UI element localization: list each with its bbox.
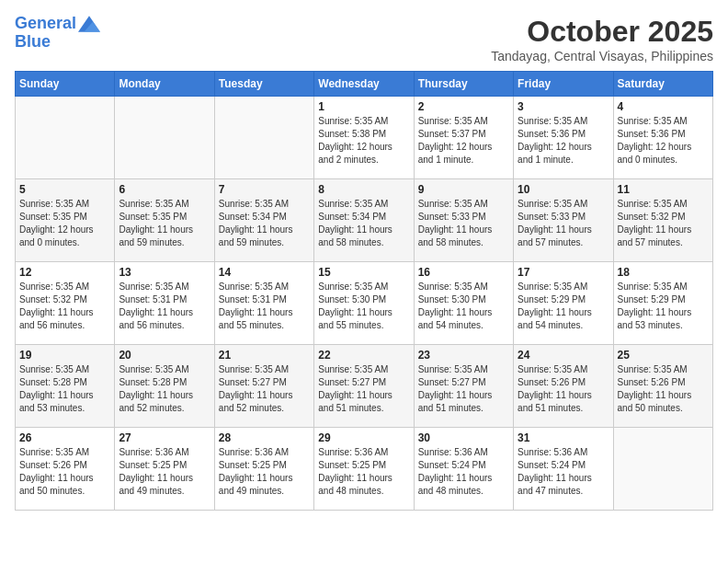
day-info: Sunrise: 5:36 AMSunset: 5:25 PMDaylight:… — [219, 446, 310, 498]
logo: General Blue — [15, 15, 100, 52]
calendar-cell: 3Sunrise: 5:35 AMSunset: 5:36 PMDaylight… — [514, 97, 613, 179]
weekday-header-friday: Friday — [514, 72, 613, 97]
day-info: Sunrise: 5:36 AMSunset: 5:24 PMDaylight:… — [518, 446, 609, 498]
day-info: Sunrise: 5:35 AMSunset: 5:33 PMDaylight:… — [418, 198, 509, 249]
calendar-cell: 6Sunrise: 5:35 AMSunset: 5:35 PMDaylight… — [115, 179, 214, 262]
day-info: Sunrise: 5:35 AMSunset: 5:36 PMDaylight:… — [518, 115, 609, 167]
calendar-cell: 2Sunrise: 5:35 AMSunset: 5:37 PMDaylight… — [414, 97, 513, 179]
calendar-cell: 14Sunrise: 5:35 AMSunset: 5:31 PMDayligh… — [214, 262, 313, 345]
day-number: 3 — [518, 100, 609, 113]
calendar-cell: 22Sunrise: 5:35 AMSunset: 5:27 PMDayligh… — [314, 345, 414, 428]
day-info: Sunrise: 5:35 AMSunset: 5:35 PMDaylight:… — [19, 198, 110, 249]
calendar-cell: 7Sunrise: 5:35 AMSunset: 5:34 PMDaylight… — [214, 179, 313, 262]
day-info: Sunrise: 5:35 AMSunset: 5:28 PMDaylight:… — [19, 363, 110, 415]
day-number: 12 — [19, 266, 110, 279]
weekday-header-thursday: Thursday — [414, 72, 513, 97]
calendar-cell: 20Sunrise: 5:35 AMSunset: 5:28 PMDayligh… — [115, 345, 214, 428]
calendar-cell: 17Sunrise: 5:35 AMSunset: 5:29 PMDayligh… — [514, 262, 613, 345]
day-number: 7 — [219, 183, 310, 196]
calendar-cell: 27Sunrise: 5:36 AMSunset: 5:25 PMDayligh… — [115, 428, 214, 511]
day-number: 18 — [618, 266, 709, 279]
calendar-cell: 23Sunrise: 5:35 AMSunset: 5:27 PMDayligh… — [414, 345, 513, 428]
day-number: 17 — [518, 266, 609, 279]
calendar-cell: 1Sunrise: 5:35 AMSunset: 5:38 PMDaylight… — [314, 97, 414, 179]
logo-text-blue: Blue — [15, 33, 100, 52]
day-info: Sunrise: 5:35 AMSunset: 5:31 PMDaylight:… — [119, 281, 210, 332]
calendar-cell: 30Sunrise: 5:36 AMSunset: 5:24 PMDayligh… — [414, 428, 513, 511]
day-info: Sunrise: 5:35 AMSunset: 5:30 PMDaylight:… — [318, 281, 409, 332]
month-title: October 2025 — [491, 15, 713, 49]
calendar-cell — [214, 97, 313, 179]
day-info: Sunrise: 5:36 AMSunset: 5:24 PMDaylight:… — [418, 446, 509, 498]
day-number: 21 — [219, 349, 310, 362]
day-number: 29 — [318, 431, 409, 444]
calendar-cell: 28Sunrise: 5:36 AMSunset: 5:25 PMDayligh… — [214, 428, 313, 511]
day-number: 10 — [518, 183, 609, 196]
day-info: Sunrise: 5:35 AMSunset: 5:35 PMDaylight:… — [119, 198, 210, 249]
day-number: 6 — [119, 183, 210, 196]
calendar-week-row: 5Sunrise: 5:35 AMSunset: 5:35 PMDaylight… — [16, 179, 713, 262]
calendar-cell: 5Sunrise: 5:35 AMSunset: 5:35 PMDaylight… — [16, 179, 115, 262]
day-info: Sunrise: 5:35 AMSunset: 5:36 PMDaylight:… — [618, 115, 709, 167]
calendar-table: SundayMondayTuesdayWednesdayThursdayFrid… — [15, 71, 713, 511]
calendar-cell: 29Sunrise: 5:36 AMSunset: 5:25 PMDayligh… — [314, 428, 414, 511]
day-info: Sunrise: 5:35 AMSunset: 5:29 PMDaylight:… — [518, 281, 609, 332]
calendar-cell: 11Sunrise: 5:35 AMSunset: 5:32 PMDayligh… — [613, 179, 712, 262]
day-number: 28 — [219, 431, 310, 444]
calendar-cell: 18Sunrise: 5:35 AMSunset: 5:29 PMDayligh… — [613, 262, 712, 345]
day-info: Sunrise: 5:35 AMSunset: 5:37 PMDaylight:… — [418, 115, 509, 167]
day-number: 31 — [518, 431, 609, 444]
calendar-cell: 10Sunrise: 5:35 AMSunset: 5:33 PMDayligh… — [514, 179, 613, 262]
logo-text: General — [15, 15, 76, 33]
day-number: 4 — [618, 100, 709, 113]
calendar-cell: 8Sunrise: 5:35 AMSunset: 5:34 PMDaylight… — [314, 179, 414, 262]
calendar-cell: 31Sunrise: 5:36 AMSunset: 5:24 PMDayligh… — [514, 428, 613, 511]
day-info: Sunrise: 5:35 AMSunset: 5:29 PMDaylight:… — [618, 281, 709, 332]
day-number: 16 — [418, 266, 509, 279]
day-number: 25 — [618, 349, 709, 362]
calendar-cell — [16, 97, 115, 179]
day-info: Sunrise: 5:35 AMSunset: 5:27 PMDaylight:… — [219, 363, 310, 415]
day-info: Sunrise: 5:35 AMSunset: 5:27 PMDaylight:… — [418, 363, 509, 415]
day-number: 24 — [518, 349, 609, 362]
day-info: Sunrise: 5:35 AMSunset: 5:38 PMDaylight:… — [318, 115, 409, 167]
calendar-cell: 19Sunrise: 5:35 AMSunset: 5:28 PMDayligh… — [16, 345, 115, 428]
weekday-header-monday: Monday — [115, 72, 214, 97]
day-number: 14 — [219, 266, 310, 279]
day-info: Sunrise: 5:35 AMSunset: 5:31 PMDaylight:… — [219, 281, 310, 332]
location-title: Tandayag, Central Visayas, Philippines — [491, 49, 713, 63]
day-number: 15 — [318, 266, 409, 279]
day-info: Sunrise: 5:35 AMSunset: 5:27 PMDaylight:… — [318, 363, 409, 415]
calendar-week-row: 19Sunrise: 5:35 AMSunset: 5:28 PMDayligh… — [16, 345, 713, 428]
day-number: 19 — [19, 349, 110, 362]
calendar-cell: 25Sunrise: 5:35 AMSunset: 5:26 PMDayligh… — [613, 345, 712, 428]
day-number: 23 — [418, 349, 509, 362]
calendar-cell: 13Sunrise: 5:35 AMSunset: 5:31 PMDayligh… — [115, 262, 214, 345]
day-number: 27 — [119, 431, 210, 444]
day-info: Sunrise: 5:35 AMSunset: 5:28 PMDaylight:… — [119, 363, 210, 415]
day-info: Sunrise: 5:35 AMSunset: 5:30 PMDaylight:… — [418, 281, 509, 332]
page-header: General Blue October 2025 Tandayag, Cent… — [15, 15, 713, 63]
day-number: 13 — [119, 266, 210, 279]
calendar-cell: 9Sunrise: 5:35 AMSunset: 5:33 PMDaylight… — [414, 179, 513, 262]
day-info: Sunrise: 5:36 AMSunset: 5:25 PMDaylight:… — [318, 446, 409, 498]
logo-icon — [78, 16, 100, 32]
day-number: 2 — [418, 100, 509, 113]
calendar-week-row: 26Sunrise: 5:35 AMSunset: 5:26 PMDayligh… — [16, 428, 713, 511]
day-number: 30 — [418, 431, 509, 444]
day-number: 8 — [318, 183, 409, 196]
day-number: 22 — [318, 349, 409, 362]
calendar-cell: 21Sunrise: 5:35 AMSunset: 5:27 PMDayligh… — [214, 345, 313, 428]
day-info: Sunrise: 5:35 AMSunset: 5:34 PMDaylight:… — [219, 198, 310, 249]
weekday-header-tuesday: Tuesday — [214, 72, 313, 97]
day-number: 20 — [119, 349, 210, 362]
day-number: 1 — [318, 100, 409, 113]
calendar-cell — [115, 97, 214, 179]
day-info: Sunrise: 5:35 AMSunset: 5:26 PMDaylight:… — [618, 363, 709, 415]
calendar-cell: 24Sunrise: 5:35 AMSunset: 5:26 PMDayligh… — [514, 345, 613, 428]
calendar-cell — [613, 428, 712, 511]
calendar-cell: 26Sunrise: 5:35 AMSunset: 5:26 PMDayligh… — [16, 428, 115, 511]
day-info: Sunrise: 5:35 AMSunset: 5:26 PMDaylight:… — [19, 446, 110, 498]
calendar-cell: 4Sunrise: 5:35 AMSunset: 5:36 PMDaylight… — [613, 97, 712, 179]
calendar-week-row: 1Sunrise: 5:35 AMSunset: 5:38 PMDaylight… — [16, 97, 713, 179]
